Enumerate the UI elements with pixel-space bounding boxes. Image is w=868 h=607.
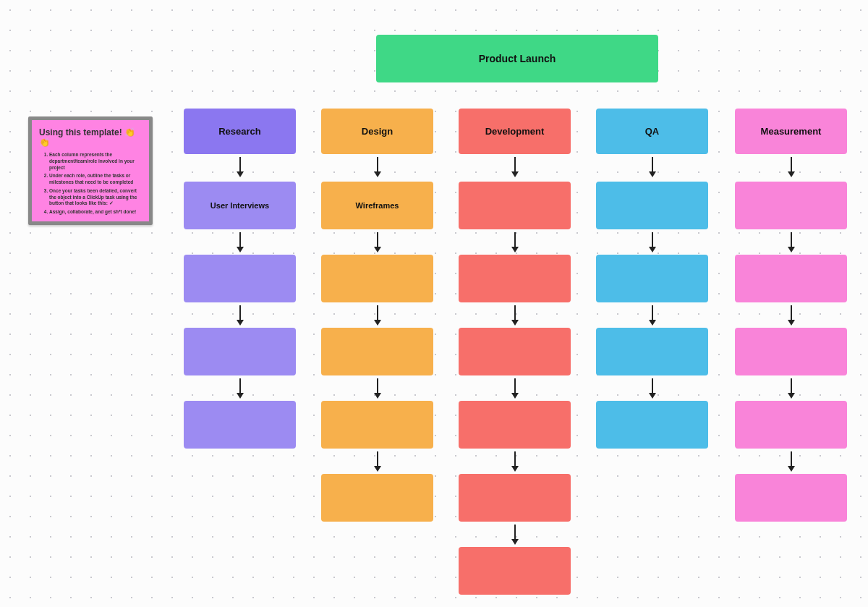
task-card[interactable] [459,328,571,375]
arrow-head-icon [237,171,244,177]
task-card[interactable] [735,182,847,229]
arrow-down-icon [791,378,792,393]
arrow-head-icon [511,393,519,399]
arrow-down-icon [514,157,516,171]
task-card[interactable] [184,255,296,302]
task-card[interactable] [459,401,571,449]
task-card[interactable] [321,401,433,449]
arrow-down-icon [239,157,241,171]
arrow-down-icon [239,305,241,320]
sticky-list-item: Under each role, outline the tasks or mi… [49,173,142,186]
arrow-down-icon [652,232,653,247]
arrow-down-icon [514,378,516,393]
arrow-down-icon [377,305,378,320]
task-card[interactable] [735,255,847,302]
arrow-head-icon [237,247,244,252]
column-header-development[interactable]: Development [459,109,571,154]
arrow-down-icon [239,232,241,247]
title-node[interactable]: Product Launch [376,35,658,82]
arrow-head-icon [511,539,519,545]
arrow-head-icon [649,171,656,177]
sticky-list-item: Once your tasks been detailed, convert t… [49,188,142,207]
arrow-down-icon [239,378,241,393]
arrow-head-icon [237,393,244,399]
task-card[interactable] [596,328,708,375]
arrow-head-icon [374,466,381,472]
task-card[interactable] [735,401,847,449]
arrow-down-icon [377,378,378,393]
arrow-head-icon [788,320,795,326]
arrow-head-icon [511,320,519,326]
arrow-down-icon [652,305,653,320]
arrow-head-icon [374,320,381,326]
arrow-down-icon [377,232,378,247]
sticky-list-item: Assign, collaborate, and get sh*t done! [49,209,142,216]
task-card[interactable] [459,547,571,595]
arrow-head-icon [374,171,381,177]
arrow-head-icon [511,247,519,252]
arrow-head-icon [237,320,244,326]
task-card[interactable]: Wireframes [321,182,433,229]
arrow-head-icon [649,320,656,326]
task-card[interactable] [459,474,571,522]
arrow-down-icon [514,525,516,539]
arrow-head-icon [374,247,381,252]
task-card[interactable] [596,401,708,449]
task-card[interactable] [321,328,433,375]
task-card[interactable]: User Interviews [184,182,296,229]
arrow-head-icon [511,171,519,177]
task-card[interactable] [596,255,708,302]
task-card[interactable] [735,328,847,375]
arrow-down-icon [514,305,516,320]
task-card[interactable] [459,182,571,229]
task-card[interactable] [735,474,847,522]
arrow-down-icon [791,451,792,466]
sticky-note[interactable]: Using this template! 👏👏Each column repre… [28,116,153,225]
task-card[interactable] [321,255,433,302]
arrow-down-icon [514,451,516,466]
arrow-down-icon [652,157,653,171]
task-card[interactable] [459,255,571,302]
column-header-design[interactable]: Design [321,109,433,154]
sticky-list-item: Each column represents the department/te… [49,152,142,171]
arrow-head-icon [649,247,656,252]
arrow-head-icon [788,393,795,399]
task-card[interactable] [321,474,433,522]
column-header-qa[interactable]: QA [596,109,708,154]
column-header-measurement[interactable]: Measurement [735,109,847,154]
arrow-head-icon [788,466,795,472]
task-card[interactable] [596,182,708,229]
arrow-head-icon [788,171,795,177]
arrow-down-icon [791,157,792,171]
sticky-title: Using this template! 👏👏 [39,127,142,148]
column-header-research[interactable]: Research [184,109,296,154]
arrow-down-icon [377,157,378,171]
arrow-down-icon [791,305,792,320]
task-card[interactable] [184,401,296,449]
sticky-list: Each column represents the department/te… [39,152,142,216]
arrow-down-icon [652,378,653,393]
arrow-head-icon [511,466,519,472]
arrow-down-icon [377,451,378,466]
arrow-down-icon [791,232,792,247]
arrow-head-icon [374,393,381,399]
arrow-down-icon [514,232,516,247]
arrow-head-icon [788,247,795,252]
task-card[interactable] [184,328,296,375]
arrow-head-icon [649,393,656,399]
